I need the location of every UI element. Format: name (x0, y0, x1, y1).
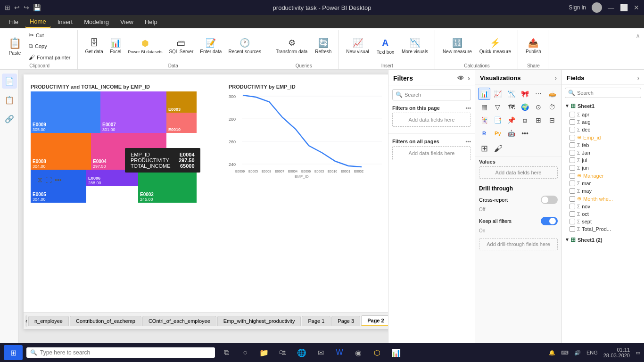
linechart-visual[interactable]: PRODUCTIVITY by EMP_ID 300 280 260 240 E… (229, 84, 384, 188)
more-options-icon[interactable]: ••• (55, 176, 62, 184)
tab-page3[interactable]: Page 3 (331, 316, 360, 326)
viz-funnel[interactable]: ▽ (492, 101, 504, 113)
filter-icon[interactable]: ⧖ (38, 176, 42, 184)
fields-item-dec[interactable]: Σ dec (562, 126, 644, 133)
recent-sources-button[interactable]: 🕐 Recent sources (225, 36, 264, 56)
treemap-visual[interactable]: PRODUCTIVITY and TOTAL_INCOME by EMP_ID … (31, 84, 224, 188)
notification-icon[interactable]: 🔔 (549, 350, 555, 356)
treemap-cell-e0008[interactable]: E0008 304.00 (31, 133, 91, 170)
fields-checkbox-totalprod[interactable] (570, 226, 575, 232)
nav-data-icon[interactable]: 📋 (2, 92, 17, 107)
fields-item-mar[interactable]: Σ mar (562, 180, 644, 187)
new-measure-button[interactable]: 🔢 New measure (440, 36, 475, 56)
fields-checkbox-jun[interactable] (570, 165, 575, 171)
viz-format-icon[interactable]: 🖌 (492, 142, 504, 155)
fields-search-input[interactable] (577, 90, 642, 96)
fields-item-total-prod[interactable]: Σ Total_Prod... (562, 225, 644, 233)
file-explorer-icon[interactable]: 📁 (256, 345, 272, 360)
tab-page1[interactable]: Page 1 (302, 316, 330, 326)
refresh-button[interactable]: 🔄 Refresh (312, 36, 334, 56)
quick-measure-button[interactable]: ⚡ Quick measure (477, 36, 514, 56)
undo-icon[interactable]: ↩ (14, 4, 20, 11)
menu-home[interactable]: Home (25, 16, 51, 28)
fields-group-sheet1-2-header[interactable]: ▾ ⊞ Sheet1 (2) (562, 235, 644, 245)
fields-item-manager[interactable]: ⊕ Manager (562, 172, 644, 180)
filters-eye-icon[interactable]: 👁 (457, 74, 464, 82)
tab-contri-each-employee[interactable]: COntri_of_each_employee (142, 316, 216, 326)
publish-button[interactable]: 📤 Publish (523, 36, 544, 56)
viz-values-add[interactable]: Add data fields here (479, 166, 558, 179)
window-menu-icon[interactable]: ⊞ (5, 4, 10, 11)
tab-contribution-each[interactable]: Contribution_of_eachemp (70, 316, 141, 326)
ribbon-collapse-icon[interactable]: ∧ (636, 32, 640, 40)
fields-item-aug[interactable]: Σ aug (562, 118, 644, 126)
redo-icon[interactable]: ↪ (24, 4, 29, 11)
fields-item-may[interactable]: Σ may (562, 187, 644, 195)
excel-taskbar-icon[interactable]: 📊 (388, 345, 404, 360)
viz-kpi[interactable]: 📌 (505, 114, 518, 126)
sign-in-label[interactable]: Sign in (569, 4, 586, 11)
fields-checkbox-sept[interactable] (570, 219, 575, 224)
text-box-button[interactable]: A Text box (374, 36, 397, 56)
fields-item-jun[interactable]: Σ jun (562, 164, 644, 172)
menu-file[interactable]: File (4, 16, 23, 27)
minimize-icon[interactable]: — (608, 4, 614, 11)
cut-button[interactable]: ✂ Cut (26, 30, 74, 40)
new-visual-button[interactable]: 📈 New visual (343, 36, 372, 56)
viz-scatter-chart[interactable]: ⋯ (532, 88, 545, 100)
viz-pie-chart[interactable]: 🥧 (546, 88, 558, 100)
viz-treemap[interactable]: ▦ (478, 101, 490, 113)
excel-button[interactable]: 📊 Excel (107, 36, 124, 56)
transform-data-button[interactable]: ⚙ Transform data (273, 36, 310, 56)
fields-item-apr[interactable]: Σ apr (562, 111, 644, 118)
viz-bar-chart[interactable]: 📊 (478, 88, 490, 100)
fields-item-sept[interactable]: Σ sept (562, 218, 644, 225)
treemap-cell-e0005[interactable]: E0005 304.00 (31, 170, 86, 203)
viz-table[interactable]: ⊞ (532, 114, 545, 126)
viz-filled-map[interactable]: 🌍 (519, 101, 531, 113)
nav-model-icon[interactable]: 🔗 (2, 111, 17, 126)
close-icon[interactable]: ✕ (634, 4, 639, 11)
fields-checkbox-empid[interactable] (570, 135, 575, 140)
show-desktop-icon[interactable]: ▭ (636, 350, 640, 356)
powerbi-datasets-button[interactable]: ⬢ Power BI datasets (125, 37, 165, 56)
get-data-button[interactable]: 🗄 Get data (83, 37, 106, 56)
edge-icon[interactable]: 🌐 (294, 345, 309, 360)
fields-checkbox-month[interactable] (570, 196, 575, 202)
filters-this-page-more[interactable]: ••• (465, 105, 471, 111)
menu-view[interactable]: View (116, 16, 138, 27)
fields-checkbox-dec[interactable] (570, 127, 575, 132)
enter-data-button[interactable]: 📝 Enter data (197, 36, 224, 56)
fields-checkbox-feb[interactable] (570, 142, 575, 148)
viz-gauge[interactable]: ⏱ (546, 101, 558, 113)
volume-icon[interactable]: 🔊 (574, 350, 581, 356)
fields-checkbox-aug[interactable] (570, 119, 575, 125)
fields-checkbox-jul[interactable] (570, 157, 575, 163)
viz-multirow-card[interactable]: 📑 (492, 114, 504, 126)
tab-n-employee[interactable]: n_employee (28, 316, 69, 326)
drill-add-box[interactable]: Add drill-through fields here (479, 238, 558, 250)
filters-all-pages-more[interactable]: ••• (465, 139, 471, 144)
keyboard-icon[interactable]: ⌨ (561, 350, 569, 356)
copy-button[interactable]: ⧉ Copy (26, 41, 74, 51)
chrome-icon[interactable]: ◉ (351, 345, 366, 360)
viz-more[interactable]: ••• (519, 127, 531, 140)
viz-line-chart[interactable]: 📈 (492, 88, 504, 100)
tab-emp-highest[interactable]: Emp_with_highest_productivity (217, 316, 301, 326)
fields-item-month-whe[interactable]: ⊕ Month whe... (562, 195, 644, 203)
treemap-cell-e0010[interactable]: E0010 (166, 113, 197, 133)
fields-group-sheet1-header[interactable]: ▾ ⊞ Sheet1 (562, 101, 644, 111)
viz-expand-icon[interactable]: › (555, 74, 557, 82)
maximize-icon[interactable]: ⬜ (620, 4, 628, 11)
cross-report-switch[interactable] (541, 196, 558, 204)
fields-checkbox-mar[interactable] (570, 181, 575, 186)
treemap-cell-e0003[interactable]: E0003 (166, 91, 197, 113)
powerbi-taskbar-icon[interactable]: ⬡ (370, 345, 385, 360)
sql-server-button[interactable]: 🗃 SQL Server (166, 37, 196, 56)
viz-python[interactable]: Py (492, 127, 504, 140)
mail-icon[interactable]: ✉ (313, 345, 328, 360)
nav-report-icon[interactable]: 📄 (2, 74, 17, 89)
tab-prev-button[interactable]: ‹ (25, 315, 27, 327)
fields-checkbox-manager[interactable] (570, 173, 575, 179)
filters-search-input[interactable] (405, 92, 470, 98)
